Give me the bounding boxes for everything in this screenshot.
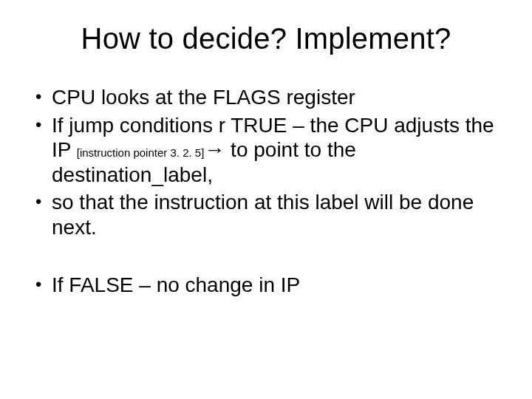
slide-title: How to decide? Implement? — [30, 22, 502, 55]
bullet-list-2: If FALSE – no change in IP — [34, 273, 502, 298]
list-item: so that the instruction at this label wi… — [34, 190, 502, 239]
bullet-text: CPU looks at the FLAGS register — [52, 86, 355, 109]
bullet-text: If FALSE – no change in IP — [52, 273, 300, 296]
spacer — [30, 243, 502, 273]
bullet-note: [instruction pointer 3. 2. 5] — [77, 146, 205, 159]
arrow-right-icon: → — [204, 138, 225, 161]
bullet-list: CPU looks at the FLAGS register If jump … — [34, 85, 502, 240]
list-item: If jump conditions r TRUE – the CPU adju… — [34, 113, 502, 188]
list-item: CPU looks at the FLAGS register — [34, 85, 502, 110]
bullet-text: so that the instruction at this label wi… — [52, 191, 474, 239]
slide: How to decide? Implement? CPU looks at t… — [0, 0, 532, 399]
list-item: If FALSE – no change in IP — [34, 273, 502, 298]
